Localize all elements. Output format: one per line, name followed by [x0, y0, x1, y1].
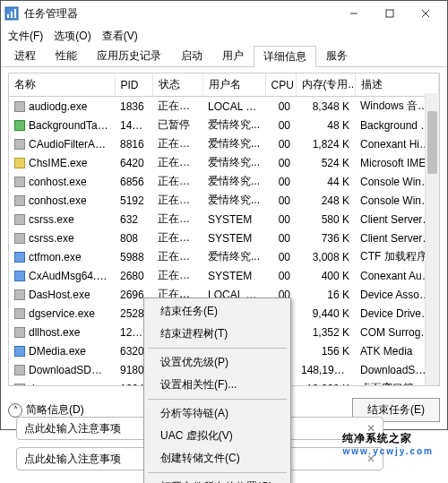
- titlebar: 任务管理器: [1, 1, 447, 26]
- cell: 正在运行: [152, 247, 202, 266]
- cell: 8,348 K: [296, 97, 355, 116]
- cell: 00: [265, 266, 296, 285]
- placeholder-text: 点此处输入注意事项: [24, 452, 121, 467]
- menu-item[interactable]: 文件(F): [8, 29, 43, 44]
- cell: 16 K: [296, 285, 355, 304]
- cell: 正在运行: [152, 172, 202, 191]
- cell: 44 K: [296, 172, 355, 191]
- column-header[interactable]: 内存(专用...: [296, 73, 355, 97]
- table-row[interactable]: ChsIME.exe6420正在运行爱情终究...00524 KMicrosof…: [9, 153, 439, 172]
- cell: 正在运行: [152, 134, 202, 153]
- cell: SYSTEM: [202, 229, 265, 247]
- cell: 爱情终究...: [202, 247, 265, 266]
- table-row[interactable]: CxAudMsg64.exe2680正在运行SYSTEM00400 KConex…: [9, 266, 439, 285]
- cell: 00: [265, 97, 296, 116]
- tab-4[interactable]: 用户: [212, 45, 254, 66]
- cell: 808: [115, 229, 152, 247]
- column-header[interactable]: PID: [115, 73, 152, 97]
- context-menu-item[interactable]: 设置相关性(F)...: [144, 374, 290, 396]
- cell: 9,440 K: [296, 304, 355, 323]
- cell: 00: [265, 191, 296, 210]
- tab-5[interactable]: 详细信息: [254, 46, 316, 67]
- table-row[interactable]: csrss.exe632正在运行SYSTEM00580 KClient Serv…: [9, 210, 439, 229]
- cell: CxAudMsg64.exe: [9, 266, 115, 285]
- cell: 524 K: [296, 153, 355, 172]
- column-header[interactable]: 名称: [9, 73, 115, 97]
- cell: 5988: [115, 247, 152, 266]
- cell: 正在运行: [152, 266, 202, 285]
- context-menu-item[interactable]: 结束任务(E): [144, 300, 290, 323]
- cell: dwm.exe: [9, 379, 115, 386]
- table-row[interactable]: csrss.exe808正在运行SYSTEM00736 KClient Serv…: [9, 229, 439, 247]
- minimize-button[interactable]: [336, 1, 372, 26]
- cell: audiodg.exe: [9, 97, 115, 116]
- process-icon: [14, 233, 25, 244]
- menu-separator: [148, 348, 287, 349]
- cell: BackgroundTaskH...: [9, 116, 115, 134]
- context-menu-item[interactable]: 结束进程树(T): [144, 323, 290, 345]
- placeholder-text: 点此处输入注意事项: [24, 421, 121, 436]
- process-icon: [14, 120, 25, 131]
- cell: conhost.exe: [9, 191, 115, 210]
- tab-6[interactable]: 服务: [316, 45, 358, 66]
- cell: 00: [265, 134, 296, 153]
- table-row[interactable]: conhost.exe6856正在运行爱情终究...0044 KConsole …: [9, 172, 439, 191]
- cell: 爱情终究...: [202, 172, 265, 191]
- cell: 正在运行: [152, 210, 202, 229]
- menu-separator: [148, 399, 287, 400]
- process-icon: [14, 289, 25, 300]
- context-menu-item[interactable]: 打开文件所在的位置(O): [144, 476, 290, 483]
- cell: 2680: [115, 266, 152, 285]
- tab-2[interactable]: 应用历史记录: [87, 45, 171, 66]
- cell: 正在运行: [152, 153, 202, 172]
- maximize-button[interactable]: [372, 1, 408, 26]
- cell: 00: [265, 229, 296, 247]
- table-row[interactable]: audiodg.exe1836正在运行LOCAL SE...008,348 KW…: [9, 97, 439, 116]
- cell: 正在运行: [152, 229, 202, 247]
- svg-rect-3: [14, 9, 16, 18]
- cell: 00: [265, 153, 296, 172]
- cell: 00: [265, 116, 296, 134]
- tab-1[interactable]: 性能: [46, 45, 87, 66]
- cell: SYSTEM: [202, 210, 265, 229]
- vertical-scrollbar[interactable]: [425, 93, 439, 385]
- cell: 1836: [115, 97, 152, 116]
- process-icon: [14, 101, 25, 112]
- cell: 6856: [115, 172, 152, 191]
- menubar: 文件(F)选项(O)查看(V): [1, 26, 447, 46]
- cell: 爱情终究...: [202, 153, 265, 172]
- close-button[interactable]: [408, 1, 444, 26]
- process-icon: [14, 271, 25, 281]
- menu-item[interactable]: 查看(V): [102, 29, 138, 44]
- cell: 00: [265, 247, 296, 266]
- cell: 580 K: [296, 210, 355, 229]
- table-row[interactable]: ctfmon.exe5988正在运行爱情终究...003,008 KCTF 加载…: [9, 247, 439, 266]
- scroll-thumb[interactable]: [427, 111, 437, 174]
- tab-3[interactable]: 启动: [171, 45, 212, 66]
- context-menu-item[interactable]: 创建转储文件(C): [144, 447, 290, 470]
- table-header-row: 名称PID状态用户名CPU内存(专用...描述: [9, 73, 439, 97]
- context-menu-item[interactable]: 分析等待链(A): [144, 402, 290, 425]
- cell: csrss.exe: [9, 229, 115, 247]
- cell: DownloadSDKServ...: [9, 360, 115, 379]
- cell: 736 K: [296, 229, 355, 247]
- process-icon: [14, 252, 25, 263]
- tab-0[interactable]: 进程: [4, 45, 46, 66]
- cell: 248 K: [296, 191, 355, 210]
- cell: ctfmon.exe: [9, 247, 115, 266]
- context-menu: 结束任务(E)结束进程树(T)设置优先级(P)设置相关性(F)...分析等待链(…: [143, 298, 291, 483]
- column-header[interactable]: 用户名: [202, 73, 265, 97]
- cell: DasHost.exe: [9, 285, 115, 304]
- context-menu-item[interactable]: UAC 虚拟化(V): [144, 425, 290, 447]
- cell: 已暂停: [152, 116, 202, 134]
- column-header[interactable]: CPU: [265, 73, 296, 97]
- process-icon: [14, 346, 25, 357]
- menu-item[interactable]: 选项(O): [54, 29, 90, 44]
- table-row[interactable]: conhost.exe5192正在运行爱情终究...00248 KConsole…: [9, 191, 439, 210]
- table-row[interactable]: CAudioFilterAgent...8816正在运行爱情终究...001,8…: [9, 134, 439, 153]
- process-icon: [14, 384, 25, 387]
- context-menu-item[interactable]: 设置优先级(P): [144, 351, 290, 374]
- cell: 148,196 K: [296, 360, 355, 379]
- column-header[interactable]: 状态: [152, 73, 202, 97]
- table-row[interactable]: BackgroundTaskH...14440已暂停爱情终究...0048 KB…: [9, 116, 439, 134]
